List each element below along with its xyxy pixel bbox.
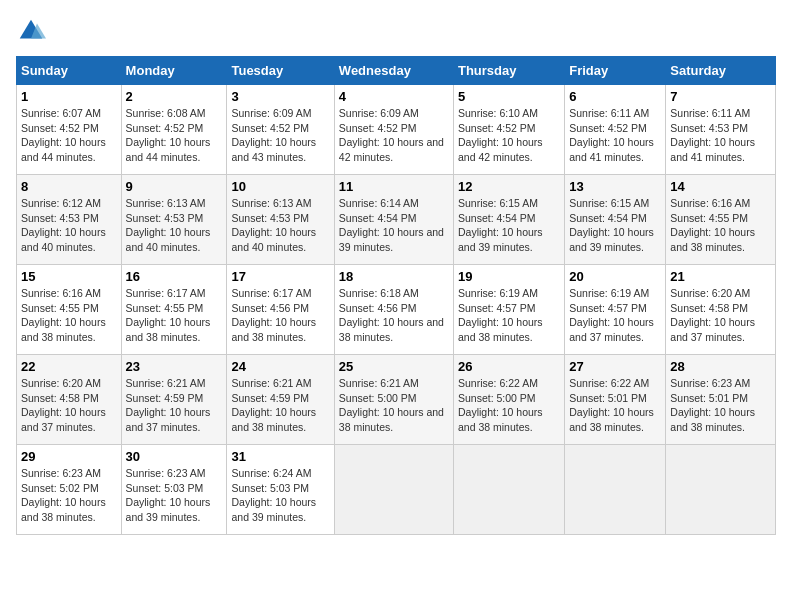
day-info: Sunrise: 6:21 AM Sunset: 4:59 PM Dayligh…	[126, 376, 223, 435]
day-number: 3	[231, 89, 329, 104]
day-number: 28	[670, 359, 771, 374]
day-number: 17	[231, 269, 329, 284]
day-number: 27	[569, 359, 661, 374]
calendar-cell: 19 Sunrise: 6:19 AM Sunset: 4:57 PM Dayl…	[453, 265, 564, 355]
day-info: Sunrise: 6:16 AM Sunset: 4:55 PM Dayligh…	[670, 196, 771, 255]
calendar-cell: 13 Sunrise: 6:15 AM Sunset: 4:54 PM Dayl…	[565, 175, 666, 265]
calendar-cell: 11 Sunrise: 6:14 AM Sunset: 4:54 PM Dayl…	[334, 175, 453, 265]
day-info: Sunrise: 6:19 AM Sunset: 4:57 PM Dayligh…	[458, 286, 560, 345]
day-number: 1	[21, 89, 117, 104]
day-number: 19	[458, 269, 560, 284]
calendar-cell: 21 Sunrise: 6:20 AM Sunset: 4:58 PM Dayl…	[666, 265, 776, 355]
calendar-cell: 10 Sunrise: 6:13 AM Sunset: 4:53 PM Dayl…	[227, 175, 334, 265]
calendar-week-2: 8 Sunrise: 6:12 AM Sunset: 4:53 PM Dayli…	[17, 175, 776, 265]
col-sunday: Sunday	[17, 57, 122, 85]
calendar-cell: 2 Sunrise: 6:08 AM Sunset: 4:52 PM Dayli…	[121, 85, 227, 175]
col-tuesday: Tuesday	[227, 57, 334, 85]
day-info: Sunrise: 6:15 AM Sunset: 4:54 PM Dayligh…	[569, 196, 661, 255]
day-info: Sunrise: 6:07 AM Sunset: 4:52 PM Dayligh…	[21, 106, 117, 165]
calendar-cell: 20 Sunrise: 6:19 AM Sunset: 4:57 PM Dayl…	[565, 265, 666, 355]
day-number: 12	[458, 179, 560, 194]
day-number: 24	[231, 359, 329, 374]
day-info: Sunrise: 6:13 AM Sunset: 4:53 PM Dayligh…	[126, 196, 223, 255]
calendar-cell: 9 Sunrise: 6:13 AM Sunset: 4:53 PM Dayli…	[121, 175, 227, 265]
calendar-cell: 12 Sunrise: 6:15 AM Sunset: 4:54 PM Dayl…	[453, 175, 564, 265]
col-saturday: Saturday	[666, 57, 776, 85]
day-number: 25	[339, 359, 449, 374]
day-info: Sunrise: 6:24 AM Sunset: 5:03 PM Dayligh…	[231, 466, 329, 525]
day-info: Sunrise: 6:23 AM Sunset: 5:02 PM Dayligh…	[21, 466, 117, 525]
calendar-cell: 8 Sunrise: 6:12 AM Sunset: 4:53 PM Dayli…	[17, 175, 122, 265]
day-info: Sunrise: 6:17 AM Sunset: 4:56 PM Dayligh…	[231, 286, 329, 345]
calendar-cell	[334, 445, 453, 535]
calendar-cell: 7 Sunrise: 6:11 AM Sunset: 4:53 PM Dayli…	[666, 85, 776, 175]
day-number: 2	[126, 89, 223, 104]
day-number: 13	[569, 179, 661, 194]
calendar-cell: 24 Sunrise: 6:21 AM Sunset: 4:59 PM Dayl…	[227, 355, 334, 445]
day-number: 8	[21, 179, 117, 194]
day-number: 15	[21, 269, 117, 284]
day-info: Sunrise: 6:23 AM Sunset: 5:03 PM Dayligh…	[126, 466, 223, 525]
day-info: Sunrise: 6:09 AM Sunset: 4:52 PM Dayligh…	[231, 106, 329, 165]
day-info: Sunrise: 6:17 AM Sunset: 4:55 PM Dayligh…	[126, 286, 223, 345]
day-info: Sunrise: 6:11 AM Sunset: 4:52 PM Dayligh…	[569, 106, 661, 165]
calendar-week-4: 22 Sunrise: 6:20 AM Sunset: 4:58 PM Dayl…	[17, 355, 776, 445]
day-info: Sunrise: 6:12 AM Sunset: 4:53 PM Dayligh…	[21, 196, 117, 255]
calendar-cell: 3 Sunrise: 6:09 AM Sunset: 4:52 PM Dayli…	[227, 85, 334, 175]
calendar-cell	[666, 445, 776, 535]
logo	[16, 16, 50, 46]
calendar-cell: 23 Sunrise: 6:21 AM Sunset: 4:59 PM Dayl…	[121, 355, 227, 445]
calendar-cell: 6 Sunrise: 6:11 AM Sunset: 4:52 PM Dayli…	[565, 85, 666, 175]
day-info: Sunrise: 6:15 AM Sunset: 4:54 PM Dayligh…	[458, 196, 560, 255]
day-info: Sunrise: 6:20 AM Sunset: 4:58 PM Dayligh…	[670, 286, 771, 345]
calendar-cell: 29 Sunrise: 6:23 AM Sunset: 5:02 PM Dayl…	[17, 445, 122, 535]
calendar-cell	[453, 445, 564, 535]
day-info: Sunrise: 6:22 AM Sunset: 5:01 PM Dayligh…	[569, 376, 661, 435]
day-info: Sunrise: 6:22 AM Sunset: 5:00 PM Dayligh…	[458, 376, 560, 435]
calendar-week-5: 29 Sunrise: 6:23 AM Sunset: 5:02 PM Dayl…	[17, 445, 776, 535]
day-number: 22	[21, 359, 117, 374]
calendar-cell: 16 Sunrise: 6:17 AM Sunset: 4:55 PM Dayl…	[121, 265, 227, 355]
day-info: Sunrise: 6:21 AM Sunset: 4:59 PM Dayligh…	[231, 376, 329, 435]
col-wednesday: Wednesday	[334, 57, 453, 85]
day-number: 10	[231, 179, 329, 194]
day-number: 26	[458, 359, 560, 374]
calendar-cell: 15 Sunrise: 6:16 AM Sunset: 4:55 PM Dayl…	[17, 265, 122, 355]
calendar-cell: 1 Sunrise: 6:07 AM Sunset: 4:52 PM Dayli…	[17, 85, 122, 175]
day-info: Sunrise: 6:09 AM Sunset: 4:52 PM Dayligh…	[339, 106, 449, 165]
day-number: 7	[670, 89, 771, 104]
calendar-cell: 25 Sunrise: 6:21 AM Sunset: 5:00 PM Dayl…	[334, 355, 453, 445]
day-number: 5	[458, 89, 560, 104]
calendar-cell: 31 Sunrise: 6:24 AM Sunset: 5:03 PM Dayl…	[227, 445, 334, 535]
calendar-cell: 18 Sunrise: 6:18 AM Sunset: 4:56 PM Dayl…	[334, 265, 453, 355]
day-info: Sunrise: 6:20 AM Sunset: 4:58 PM Dayligh…	[21, 376, 117, 435]
calendar-cell: 5 Sunrise: 6:10 AM Sunset: 4:52 PM Dayli…	[453, 85, 564, 175]
calendar-table: Sunday Monday Tuesday Wednesday Thursday…	[16, 56, 776, 535]
col-friday: Friday	[565, 57, 666, 85]
calendar-cell: 26 Sunrise: 6:22 AM Sunset: 5:00 PM Dayl…	[453, 355, 564, 445]
day-number: 29	[21, 449, 117, 464]
calendar-cell: 4 Sunrise: 6:09 AM Sunset: 4:52 PM Dayli…	[334, 85, 453, 175]
day-number: 6	[569, 89, 661, 104]
col-thursday: Thursday	[453, 57, 564, 85]
day-info: Sunrise: 6:16 AM Sunset: 4:55 PM Dayligh…	[21, 286, 117, 345]
day-info: Sunrise: 6:11 AM Sunset: 4:53 PM Dayligh…	[670, 106, 771, 165]
col-monday: Monday	[121, 57, 227, 85]
day-number: 9	[126, 179, 223, 194]
calendar-cell: 17 Sunrise: 6:17 AM Sunset: 4:56 PM Dayl…	[227, 265, 334, 355]
day-info: Sunrise: 6:21 AM Sunset: 5:00 PM Dayligh…	[339, 376, 449, 435]
day-number: 4	[339, 89, 449, 104]
calendar-cell: 14 Sunrise: 6:16 AM Sunset: 4:55 PM Dayl…	[666, 175, 776, 265]
calendar-week-3: 15 Sunrise: 6:16 AM Sunset: 4:55 PM Dayl…	[17, 265, 776, 355]
day-info: Sunrise: 6:13 AM Sunset: 4:53 PM Dayligh…	[231, 196, 329, 255]
day-number: 23	[126, 359, 223, 374]
page-header	[16, 16, 776, 46]
logo-icon	[16, 16, 46, 46]
day-info: Sunrise: 6:08 AM Sunset: 4:52 PM Dayligh…	[126, 106, 223, 165]
day-info: Sunrise: 6:19 AM Sunset: 4:57 PM Dayligh…	[569, 286, 661, 345]
day-info: Sunrise: 6:10 AM Sunset: 4:52 PM Dayligh…	[458, 106, 560, 165]
calendar-cell: 30 Sunrise: 6:23 AM Sunset: 5:03 PM Dayl…	[121, 445, 227, 535]
calendar-cell	[565, 445, 666, 535]
calendar-cell: 22 Sunrise: 6:20 AM Sunset: 4:58 PM Dayl…	[17, 355, 122, 445]
calendar-cell: 27 Sunrise: 6:22 AM Sunset: 5:01 PM Dayl…	[565, 355, 666, 445]
